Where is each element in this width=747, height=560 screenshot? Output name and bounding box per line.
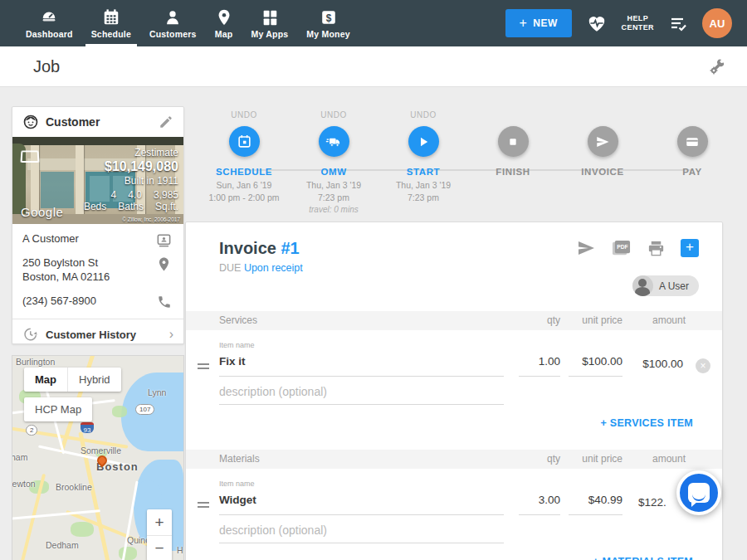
material-description-input[interactable]: description (optional) bbox=[219, 523, 504, 543]
checklist-icon[interactable] bbox=[668, 13, 688, 33]
job-timeline: UNDO SCHEDULE Sun, Jan 6 '19 1:00 pm - 2… bbox=[199, 110, 740, 214]
finish-step-button[interactable] bbox=[498, 126, 529, 157]
pay-step-button[interactable] bbox=[677, 126, 708, 157]
map-button-map[interactable]: Map bbox=[24, 368, 67, 392]
chat-fab-button[interactable] bbox=[676, 470, 721, 515]
customer-face-icon bbox=[22, 114, 39, 130]
step-label: OMW bbox=[320, 167, 346, 177]
mini-map[interactable]: Burlington Lynn 107 2 93 Somerville ham … bbox=[12, 355, 184, 560]
due-label: DUE bbox=[219, 262, 241, 274]
service-unit-price-input[interactable]: $100.00 bbox=[569, 355, 622, 377]
phone-icon[interactable] bbox=[157, 295, 172, 313]
nav-item-schedule[interactable]: Schedule bbox=[82, 0, 140, 46]
send-invoice-icon[interactable] bbox=[576, 238, 596, 258]
timeline-step-finish: FINISH bbox=[468, 110, 558, 214]
property-stats-values: 4 4.0 3,985 bbox=[84, 189, 178, 201]
add-invoice-button[interactable]: + bbox=[681, 239, 699, 257]
service-amount: $100.00 bbox=[642, 358, 683, 370]
nav-item-my-money[interactable]: $ My Money bbox=[297, 0, 359, 46]
drag-handle[interactable] bbox=[198, 502, 209, 510]
new-button-label: NEW bbox=[533, 17, 558, 29]
customer-history-label: Customer History bbox=[46, 329, 169, 341]
omw-step-button[interactable] bbox=[319, 126, 349, 157]
page-title: Job bbox=[33, 57, 60, 76]
address-line1: 250 Boylston St bbox=[22, 256, 150, 270]
nav-label: Map bbox=[215, 29, 233, 39]
item-name-label: Item name bbox=[219, 480, 255, 488]
location-pin-icon[interactable] bbox=[156, 256, 172, 275]
schedule-icon bbox=[102, 8, 120, 27]
interstate-93-shield: 93 bbox=[81, 422, 94, 433]
nav-label: My Money bbox=[306, 29, 349, 39]
material-item-name-input[interactable]: Widget bbox=[219, 494, 504, 515]
map-button-hybrid[interactable]: Hybrid bbox=[67, 368, 121, 392]
print-icon[interactable] bbox=[647, 239, 666, 258]
drag-handle[interactable] bbox=[198, 363, 209, 372]
money-icon: $ bbox=[320, 8, 338, 27]
timeline-step-schedule: UNDO SCHEDULE Sun, Jan 6 '19 1:00 pm - 2… bbox=[199, 110, 289, 214]
map-label-hingham: Hi bbox=[177, 545, 184, 555]
new-button[interactable]: + NEW bbox=[505, 9, 572, 37]
map-label-somerville: Somerville bbox=[81, 446, 121, 455]
customer-card: Customer Zestimate $10,149,08 bbox=[12, 106, 184, 344]
undo-schedule[interactable]: UNDO bbox=[231, 110, 256, 122]
google-logo: Google bbox=[21, 205, 63, 219]
invoice-step-button[interactable] bbox=[588, 126, 618, 157]
service-item-name-input[interactable]: Fix it bbox=[219, 355, 504, 377]
undo-omw[interactable]: UNDO bbox=[320, 110, 346, 122]
assignee-chip[interactable]: A User bbox=[632, 275, 699, 296]
nav-label: Schedule bbox=[91, 29, 131, 39]
qty-column-header: qty bbox=[547, 453, 560, 465]
zoom-in-button[interactable]: + bbox=[147, 509, 172, 535]
assignee-avatar-icon bbox=[632, 275, 653, 296]
nav-item-map[interactable]: Map bbox=[206, 0, 242, 46]
service-qty-input[interactable]: 1.00 bbox=[519, 355, 560, 377]
map-label-brookline: Brookline bbox=[56, 482, 92, 492]
help-center-button[interactable]: HELP CENTER bbox=[622, 14, 654, 33]
streetview-fullscreen-icon[interactable] bbox=[20, 151, 39, 163]
invoice-due: DUE Upon receipt bbox=[219, 262, 303, 274]
nav-item-dashboard[interactable]: Dashboard bbox=[17, 0, 82, 46]
due-value-link[interactable]: Upon receipt bbox=[244, 262, 303, 274]
pdf-icon[interactable]: PDF bbox=[611, 239, 632, 258]
contact-card-icon[interactable] bbox=[156, 232, 172, 251]
play-icon bbox=[416, 134, 431, 149]
zestimate-overlay: Zestimate $10,149,080 Built in 1911 4 4.… bbox=[84, 147, 178, 212]
material-unit-price-input[interactable]: $40.99 bbox=[569, 494, 622, 515]
map-label-dedham: Dedham bbox=[46, 540, 79, 550]
schedule-step-button[interactable] bbox=[229, 126, 260, 157]
user-avatar[interactable]: AU bbox=[702, 8, 732, 38]
health-heart-icon[interactable] bbox=[586, 12, 608, 34]
service-description-input[interactable]: description (optional) bbox=[219, 385, 504, 405]
zoom-out-button[interactable]: − bbox=[147, 535, 172, 560]
add-materials-item-link[interactable]: + MATERIALS ITEM bbox=[593, 556, 693, 560]
photo-awning bbox=[12, 137, 183, 145]
map-label-waltham: ham bbox=[12, 452, 27, 462]
start-step-button[interactable] bbox=[408, 126, 439, 157]
nav-item-my-apps[interactable]: My Apps bbox=[242, 0, 298, 46]
item-name-label: Item name bbox=[219, 341, 255, 349]
undo-start[interactable]: UNDO bbox=[410, 110, 436, 122]
material-qty-input[interactable]: 3.00 bbox=[519, 494, 560, 515]
app-window: Dashboard Schedule Customers Map My Apps… bbox=[0, 0, 747, 560]
edit-customer-icon[interactable] bbox=[159, 114, 173, 133]
route-107-shield: 107 bbox=[135, 404, 154, 415]
step-date: Thu, Jan 3 '19 7:23 pm bbox=[396, 179, 451, 204]
step-label: PAY bbox=[682, 167, 702, 177]
nav-item-customers[interactable]: Customers bbox=[140, 0, 206, 46]
nav-label: Customers bbox=[149, 29, 197, 39]
map-zoom-control: + − bbox=[147, 509, 172, 560]
remove-service-item-button[interactable]: × bbox=[696, 358, 710, 373]
amount-column-header: amount bbox=[652, 453, 686, 465]
invoice-title: Invoice #1 bbox=[219, 239, 300, 258]
timeline-step-invoice: INVOICE bbox=[558, 110, 647, 214]
add-services-item-link[interactable]: + SERVICES ITEM bbox=[600, 417, 693, 429]
customer-name: A Customer bbox=[22, 232, 173, 246]
invoice-toolbar: PDF + bbox=[576, 238, 699, 258]
customer-history-row[interactable]: Customer History › bbox=[22, 319, 173, 350]
map-button-hcp[interactable]: HCP Map bbox=[24, 397, 92, 421]
customer-card-header: Customer bbox=[12, 107, 183, 137]
job-settings-icon[interactable] bbox=[707, 57, 727, 80]
customer-details: A Customer 250 Boylston St Boston, MA 02… bbox=[12, 224, 183, 350]
amount-column-header: amount bbox=[652, 314, 686, 326]
